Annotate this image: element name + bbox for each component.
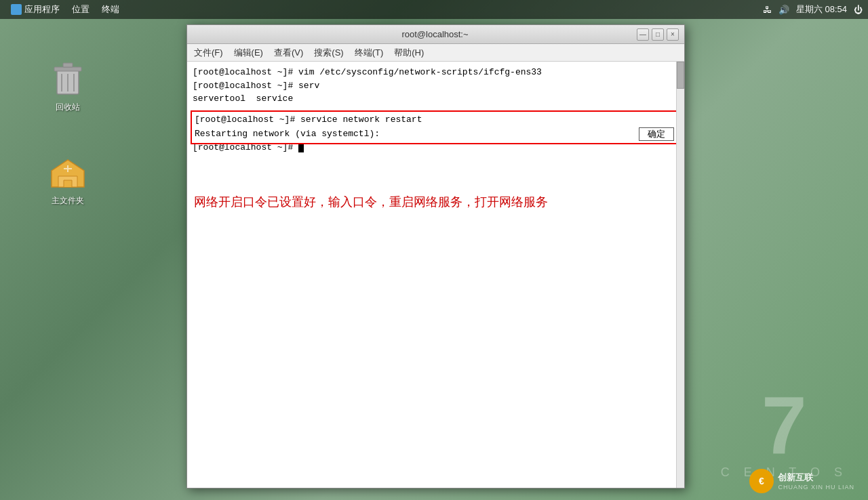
- trash-icon: [49, 61, 87, 99]
- terminal-controls: — □ ×: [637, 28, 679, 41]
- svg-text:€: €: [760, 476, 765, 486]
- trash-label: 回收站: [56, 102, 80, 113]
- taskbar: 应用程序 位置 终端 🖧 🔊 星期六 08:54 ⏻: [0, 0, 868, 19]
- ok-button[interactable]: 确定: [639, 127, 674, 141]
- terminal-menubar: 文件(F) 编辑(E) 查看(V) 搜索(S) 终端(T) 帮助(H): [187, 44, 684, 62]
- highlight-box: [root@localhost ~]# service network rest…: [191, 110, 681, 144]
- app-icon: [11, 4, 22, 15]
- terminal-scrollbar[interactable]: [676, 62, 684, 488]
- centos-number: 7: [721, 384, 848, 465]
- brand-name: 创新互联 CHUANG XIN HU LIAN: [778, 472, 854, 491]
- help-menu[interactable]: 帮助(H): [390, 45, 428, 60]
- datetime-display: 星期六 08:54: [796, 3, 847, 16]
- places-menu[interactable]: 位置: [66, 2, 95, 17]
- taskbar-left: 应用程序 位置 终端: [5, 2, 125, 17]
- centos-watermark: 7 C E N T O S: [721, 384, 848, 480]
- home-folder-label: 主文件夹: [52, 195, 84, 207]
- terminal-titlebar: root@localhost:~ — □ ×: [187, 25, 684, 44]
- search-menu[interactable]: 搜索(S): [310, 45, 347, 60]
- svg-rect-1: [54, 67, 81, 71]
- terminal-window: root@localhost:~ — □ × 文件(F) 编辑(E) 查看(V)…: [186, 24, 685, 488]
- terminal-title: root@localhost:~: [233, 29, 637, 39]
- output-line: Restarting network (via systemctl): 确定: [195, 127, 677, 142]
- brand-logo: € 创新互联 CHUANG XIN HU LIAN: [749, 469, 854, 493]
- cmd-line: [root@localhost ~]# service network rest…: [195, 113, 677, 127]
- volume-icon: 🔊: [778, 5, 789, 15]
- apps-menu[interactable]: 应用程序: [5, 2, 65, 17]
- edit-menu[interactable]: 编辑(E): [230, 45, 267, 60]
- scrollbar-thumb[interactable]: [677, 62, 684, 89]
- brand-icon: €: [749, 469, 774, 493]
- home-folder-icon: [49, 154, 87, 192]
- terminal-line-3: servertool service: [193, 92, 679, 106]
- network-icon: 🖧: [763, 5, 772, 15]
- svg-rect-2: [63, 63, 73, 67]
- terminal-menu[interactable]: 终端(T): [351, 45, 388, 60]
- terminal-menu-item[interactable]: 终端: [96, 2, 125, 17]
- maximize-button[interactable]: □: [652, 28, 664, 41]
- file-menu[interactable]: 文件(F): [190, 45, 227, 60]
- terminal-line-1: [root@localhost ~]# vim /etc/sysconfig/n…: [193, 66, 679, 79]
- home-folder-container[interactable]: 主文件夹: [41, 154, 95, 207]
- minimize-button[interactable]: —: [637, 28, 649, 41]
- terminal-line-2: [root@localhost ~]# serv: [193, 79, 679, 93]
- trash-icon-container[interactable]: 回收站: [41, 61, 95, 113]
- power-icon[interactable]: ⏻: [854, 5, 863, 15]
- annotation-text: 网络开启口令已设置好，输入口令，重启网络服务，打开网络服务: [194, 194, 677, 210]
- terminal-body[interactable]: [root@localhost ~]# vim /etc/sysconfig/n…: [187, 62, 684, 488]
- cursor: [298, 143, 304, 152]
- view-menu[interactable]: 查看(V): [270, 45, 307, 60]
- taskbar-right: 🖧 🔊 星期六 08:54 ⏻: [763, 3, 863, 16]
- close-button[interactable]: ×: [667, 28, 679, 41]
